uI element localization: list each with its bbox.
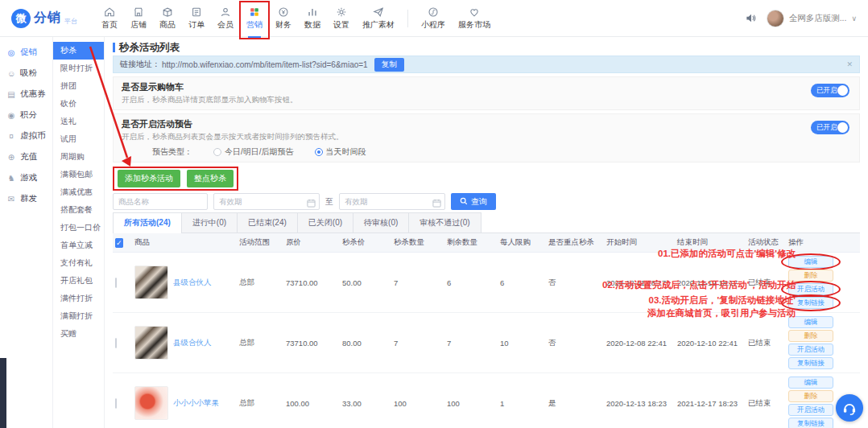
row-checkbox[interactable] [115, 278, 117, 288]
customer-service-button[interactable] [836, 394, 863, 422]
sidebar-item-fans[interactable]: ☺ 吸粉 [0, 63, 52, 84]
nav-store[interactable]: 店铺 [124, 3, 153, 34]
notice-toggle[interactable]: 已开启 [811, 121, 849, 134]
submenu-item-gift[interactable]: 送礼 [53, 113, 104, 130]
promotion-icon: ◎ [6, 48, 16, 57]
submenu-item-trial[interactable]: 试用 [53, 130, 104, 148]
col-actions: 操作 [786, 233, 860, 253]
submenu-item-seckill[interactable]: 秒杀 [53, 42, 104, 60]
nav-settings[interactable]: 设置 [327, 3, 356, 34]
cart-toggle[interactable]: 已开启 [811, 84, 849, 97]
app-logo[interactable]: 微 分销 平台 [11, 9, 81, 28]
open-activity-button[interactable]: 开启活动 [788, 404, 833, 416]
avatar [767, 10, 784, 27]
tab-closed[interactable]: 已关闭(0) [297, 212, 353, 233]
submenu-item-group-buy[interactable]: 拼团 [53, 77, 104, 95]
nav-data[interactable]: 数据 [298, 3, 327, 34]
delete-button[interactable]: 删除 [788, 390, 833, 402]
sidebar-item-broadcast[interactable]: ✉ 群发 [0, 188, 52, 209]
title-bar-accent [113, 43, 115, 52]
notice-type-row: 预告类型： 今日/明日/后期预告 当天时间段 [122, 146, 851, 158]
date-to-input[interactable] [339, 193, 445, 210]
nav-finance[interactable]: 财务 [269, 3, 298, 34]
cell-key-seckill: 否 [546, 253, 604, 313]
tab-in-progress[interactable]: 进行中(0) [181, 212, 238, 233]
nav-members[interactable]: 会员 [211, 3, 240, 34]
sidebar-item-points[interactable]: ◉ 积分 [0, 105, 52, 126]
product-name-link[interactable]: 县级合伙人 [173, 338, 212, 348]
submenu-item-buy-gift[interactable]: 买赠 [53, 325, 104, 343]
row-checkbox[interactable] [115, 338, 117, 348]
edit-button[interactable]: 编辑 [788, 377, 833, 389]
logo-brand: 分销 [34, 10, 61, 27]
tab-review-failed[interactable]: 审核不通过(0) [408, 212, 481, 233]
submenu-item-combo[interactable]: 搭配套餐 [53, 201, 104, 219]
date-from-field[interactable] [213, 193, 320, 210]
copy-activity-link-button[interactable]: 复制链接 [788, 357, 833, 369]
sidebar-item-promotion[interactable]: ◎ 促销 [0, 42, 52, 63]
nav-promo-material[interactable]: 推广素材 [356, 3, 401, 34]
cell-qty: 100 [391, 373, 444, 428]
submenu-item-free-shipping[interactable]: 满额包邮 [53, 166, 104, 183]
row-checkbox[interactable] [115, 398, 117, 409]
product-name-input[interactable] [113, 193, 208, 210]
notice-setting-title: 是否开启活动预告 [122, 118, 851, 130]
sidebar-item-virtual-coin[interactable]: ¤ 虚拟币 [0, 126, 52, 146]
sidebar-item-coupon[interactable]: ▤ 优惠券 [0, 84, 52, 105]
sidebar-item-label: 充值 [20, 151, 37, 163]
open-activity-button[interactable]: 开启活动 [788, 344, 833, 356]
add-seckill-button[interactable]: 添加秒杀活动 [118, 170, 180, 187]
nav-finance-label: 财务 [275, 19, 291, 31]
submenu-item-bargain[interactable]: 砍价 [53, 95, 104, 113]
nav-orders[interactable]: 订单 [182, 3, 211, 34]
submenu-item-package-price[interactable]: 打包一口价 [53, 219, 104, 237]
nav-goods[interactable]: 商品 [153, 3, 182, 34]
nav-members-label: 会员 [217, 19, 234, 31]
sidebar-item-recharge[interactable]: ⊕ 充值 [0, 146, 52, 167]
submenu-item-time-discount[interactable]: 限时打折 [53, 60, 104, 77]
nav-marketing[interactable]: 营销 [240, 3, 269, 34]
copy-link-button[interactable]: 复制 [374, 58, 404, 72]
product-name-link[interactable]: 小小小小苹果 [173, 398, 219, 409]
nav-data-label: 数据 [304, 19, 320, 31]
tab-pending-review[interactable]: 待审核(0) [353, 212, 409, 233]
close-icon[interactable]: ✕ [846, 60, 853, 68]
product-name-link[interactable]: 县级合伙人 [173, 278, 212, 288]
nav-orders-label: 订单 [188, 19, 205, 31]
delete-button[interactable]: 删除 [788, 330, 833, 342]
tab-all-activities[interactable]: 所有活动(24) [113, 212, 182, 233]
submenu-item-pay-gift[interactable]: 支付有礼 [53, 254, 104, 272]
submenu-item-shop-gift[interactable]: 开店礼包 [53, 272, 104, 290]
date-to-field[interactable] [339, 193, 445, 210]
select-all-checkbox[interactable]: ✓ [115, 238, 123, 248]
sidebar-item-label: 虚拟币 [20, 130, 46, 142]
filter-row: 至 查询 [113, 193, 860, 210]
main-content: 秒杀活动列表 链接地址： http://mob.wifenxiao.com/mb… [105, 37, 868, 428]
left-scrollbar-strip[interactable] [0, 358, 6, 428]
hourly-seckill-button[interactable]: 整点秒杀 [187, 170, 234, 187]
sidebar-item-label: 积分 [20, 109, 37, 121]
account-menu[interactable]: 全网多店版测... ∨ [767, 10, 857, 27]
date-from-input[interactable] [213, 193, 320, 210]
nav-miniprogram[interactable]: 小程序 [415, 3, 452, 34]
submenu-item-first-order[interactable]: 首单立减 [53, 237, 104, 254]
radio-same-day[interactable]: 当天时间段 [315, 146, 366, 158]
tab-ended[interactable]: 已结束(24) [237, 212, 298, 233]
nav-home[interactable]: 首页 [95, 3, 124, 34]
search-button[interactable]: 查询 [451, 193, 496, 210]
virtual-coin-icon: ¤ [6, 132, 16, 141]
radio-today-tomorrow[interactable]: 今日/明日/后期预告 [213, 146, 294, 158]
nav-store-label: 店铺 [130, 19, 147, 31]
submenu-item-amount-discount[interactable]: 满额打折 [53, 307, 104, 325]
account-name: 全网多店版测... [789, 13, 847, 24]
speaker-icon[interactable] [745, 12, 757, 24]
nav-service-market[interactable]: 服务市场 [452, 3, 497, 34]
submenu-item-full-discount[interactable]: 满减优惠 [53, 183, 104, 201]
service-market-icon [469, 6, 480, 18]
submenu-item-cycle-buy[interactable]: 周期购 [53, 148, 104, 166]
submenu-item-piece-discount[interactable]: 满件打折 [53, 290, 104, 307]
cart-setting-card: 是否显示购物车 开启后，秒杀商品详情页底部显示加入购物车按钮。 已开启 [113, 76, 860, 110]
copy-activity-link-button[interactable]: 复制链接 [788, 418, 833, 428]
sidebar-item-game[interactable]: ♞ 游戏 [0, 167, 52, 188]
activity-table: ✓ 商品 活动范围 原价 秒杀价 秒杀数量 剩余数量 每人限购 是否重点秒杀 开… [113, 233, 860, 428]
